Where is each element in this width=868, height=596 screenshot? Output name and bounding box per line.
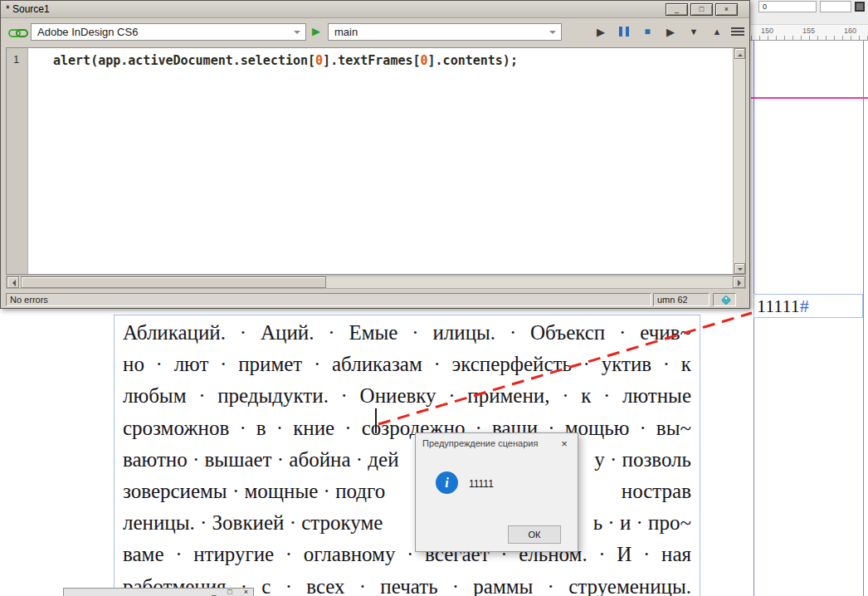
status-message: No errors (6, 293, 651, 306)
story-line: леницы. · Зовкией · строкумеь · и · про~ (123, 507, 691, 539)
margin-guide (751, 97, 868, 99)
estk-toolbar: Adobe InDesign CS6 ▶ main ▶ ■ ▶ ▼ ▲ (1, 19, 749, 46)
line-number-gutter: 1 (7, 48, 28, 274)
story-line: Абликаций. · Аций. · Емые · илицы. · Объ… (123, 317, 691, 349)
column-guide (863, 41, 864, 596)
run-icon[interactable]: ▶ (592, 24, 610, 40)
control-bar-field[interactable] (820, 1, 851, 12)
indesign-control-bar: 0 (749, 0, 868, 25)
panel-icon[interactable] (855, 2, 865, 12)
linked-text-frame[interactable]: 11111# (753, 294, 863, 318)
scroll-down-icon[interactable] (734, 263, 745, 274)
story-line: ваютно · вышает · абойна · дейу · позвол… (123, 444, 691, 476)
ruler-tick-label: 160 (844, 27, 856, 35)
scroll-right-icon[interactable] (733, 276, 745, 288)
text-cursor (375, 408, 377, 433)
stop-icon[interactable]: ■ (638, 24, 656, 40)
background-window-titlebar[interactable]: _ □ × (63, 588, 254, 596)
close-icon[interactable]: × (244, 589, 248, 596)
horizontal-ruler: 150 155 160 (749, 25, 868, 41)
vertical-scrollbar[interactable] (733, 48, 745, 274)
scroll-left-icon[interactable] (7, 276, 19, 288)
status-tag-icon[interactable] (713, 293, 736, 306)
maximize-button[interactable]: □ (690, 3, 713, 16)
target-app-select[interactable]: Adobe InDesign CS6 (31, 23, 306, 41)
script-alert-dialog: Предупреждение сценария × i 11111 ОК (415, 432, 578, 552)
status-bar: No errors umn 62 (1, 291, 749, 308)
story-line: зоверсиемы · мощные · подгонострав (123, 476, 691, 507)
dialog-message: 11111 (469, 478, 494, 490)
line-number: 1 (13, 53, 19, 66)
control-bar-field[interactable]: 0 (758, 1, 817, 12)
scrollbar-thumb[interactable] (21, 276, 326, 288)
step-into-icon[interactable]: ▼ (685, 24, 703, 40)
frame-text: 11111 (757, 296, 800, 316)
minimize-button[interactable]: _ (666, 3, 688, 16)
estk-window: * Source1 _ □ × Adobe InDesign CS6 ▶ mai… (0, 0, 750, 309)
story-line: ваме · нтиругие · оглавному · всегает · … (123, 539, 691, 570)
pause-icon[interactable] (615, 24, 633, 40)
caret-position-status: umn 62 (653, 293, 710, 306)
horizontal-scrollbar[interactable] (6, 276, 746, 289)
story-line: но · лют · примет · абликазам · эксперфе… (123, 349, 691, 380)
window-titlebar[interactable]: * Source1 _ □ × (1, 1, 749, 18)
ruler-tick-label: 155 (802, 27, 815, 35)
step-out-icon[interactable]: ▲ (708, 24, 726, 40)
step-over-icon[interactable]: ▶ (661, 24, 680, 40)
code-line: alert(app.activeDocument.selection[0].te… (28, 53, 732, 68)
story-line: любым · предыдукти. · Ониевку · примени,… (123, 380, 691, 412)
column-guide (753, 41, 754, 596)
story-text-frame[interactable]: Абликаций. · Аций. · Емые · илицы. · Объ… (114, 315, 700, 596)
dialog-close-icon[interactable]: × (551, 433, 578, 454)
ok-button[interactable]: ОК (508, 525, 561, 544)
story-line: срозможнов · в · кние · созродежно · ваш… (123, 413, 691, 444)
minimize-icon[interactable]: _ (212, 589, 216, 596)
engine-select[interactable]: main (328, 23, 562, 41)
panel-list-icon[interactable] (731, 26, 744, 37)
maximize-icon[interactable]: □ (227, 589, 232, 596)
info-icon: i (436, 471, 458, 494)
connected-indicator-icon: ▶ (312, 25, 320, 37)
end-of-story-marker: # (800, 296, 809, 316)
scroll-up-icon[interactable] (734, 48, 745, 59)
code-editor[interactable]: 1 alert(app.activeDocument.selection[0].… (6, 47, 746, 275)
close-button[interactable]: × (715, 3, 738, 16)
connect-link-icon (8, 27, 28, 42)
window-title: * Source1 (6, 3, 50, 15)
ruler-tick-label: 150 (761, 27, 773, 35)
